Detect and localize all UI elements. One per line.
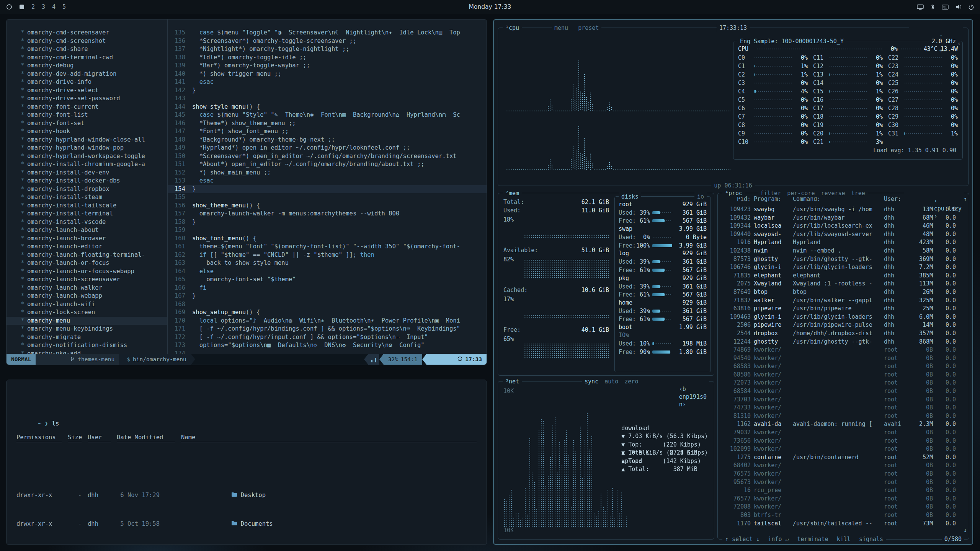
process-row[interactable]: 102099 kworker/ root 0B 0.0 bbox=[722, 445, 965, 453]
file-list-item[interactable]: * omarchy-launch-webapp bbox=[7, 292, 167, 300]
file-list-item[interactable]: * omarchy-launch-floating-terminal- bbox=[7, 251, 167, 259]
process-row[interactable]: 68584 kworker/ root 0B 0.0 bbox=[722, 387, 965, 396]
process-row[interactable]: 109440 swayosd- /usr/lib/swayosd-server … bbox=[722, 230, 965, 239]
process-row[interactable]: 63816 pipewire /usr/bin/pipewire dhh 25M… bbox=[722, 305, 965, 313]
code-line[interactable]: 143 bbox=[168, 95, 487, 103]
key-hint[interactable]: kill bbox=[837, 535, 851, 543]
file-list-item[interactable]: * omarchy-launch-screensaver bbox=[7, 276, 167, 284]
tab-io[interactable]: io bbox=[694, 193, 707, 201]
net-interface-switcher[interactable]: ‹b enp191s0 n› bbox=[644, 378, 707, 416]
file-list-item[interactable]: * omarchy-install-dev-env bbox=[7, 169, 167, 177]
process-row[interactable]: 71837 walker /usr/bin/walker --gappl dhh… bbox=[722, 297, 965, 305]
file-list-item[interactable]: * omarchy-drive-set-password bbox=[7, 95, 167, 103]
code-line[interactable]: 158 } bbox=[168, 218, 487, 227]
code-line[interactable]: 145 case $(menu "Style" "✎ Theme\n✱ Font… bbox=[168, 111, 487, 119]
process-row[interactable]: 87573 ghostty /usr/bin/ghostty --gtk- dh… bbox=[722, 255, 965, 264]
process-row[interactable]: 68586 kworker/ root 0B 0.0 bbox=[722, 371, 965, 379]
code-line[interactable]: 154 } bbox=[168, 185, 487, 194]
file-list-item[interactable]: * omarchy-hyprland-window-close-all bbox=[7, 136, 167, 144]
file-list-item[interactable]: * omarchy-install-terminal bbox=[7, 210, 167, 218]
proc-option[interactable]: per-core bbox=[787, 189, 815, 197]
code-line[interactable]: 135 case $(menu "Toggle" "◑ Screensaver\… bbox=[168, 29, 487, 37]
file-list-item[interactable]: * omarchy-cmd-terminal-cwd bbox=[7, 54, 167, 62]
key-hint[interactable]: ↑ select ↓ bbox=[725, 535, 760, 543]
file-list-item[interactable]: * omarchy-launch-or-focus bbox=[7, 259, 167, 267]
tab-mem[interactable]: ²mem bbox=[503, 189, 522, 197]
code-line[interactable]: 148 *Background*) omarchy-theme-bg-next … bbox=[168, 136, 487, 144]
process-row[interactable]: 74733 kworker/ root 0B 0.0 bbox=[722, 404, 965, 412]
file-list-item[interactable]: * omarchy-dev-add-migration bbox=[7, 70, 167, 78]
proc-option[interactable]: reverse bbox=[821, 189, 845, 197]
code-line[interactable]: 146 *Theme*) show_theme_menu ;; bbox=[168, 119, 487, 128]
process-row[interactable]: 2506 pipewire /usr/bin/pipewire-pulse dh… bbox=[722, 321, 965, 329]
file-list-item[interactable]: * omarchy-install-vscode bbox=[7, 218, 167, 227]
scroll-down-icon[interactable]: ↓ bbox=[964, 527, 967, 534]
key-hint[interactable]: terminate bbox=[797, 535, 828, 543]
file-list-item[interactable]: * omarchy-font-set bbox=[7, 119, 167, 128]
file-list-item[interactable]: * omarchy-hook bbox=[7, 127, 167, 136]
tab-net[interactable]: ³net bbox=[503, 378, 522, 385]
process-row[interactable]: 76577 kworker/ root 0B 0.0 bbox=[722, 495, 965, 503]
keyboard-icon[interactable] bbox=[942, 5, 949, 10]
workspace-number[interactable]: 4 bbox=[52, 3, 56, 10]
process-row[interactable]: 72088 kworker/ root 0B 0.0 bbox=[722, 503, 965, 511]
file-list-item[interactable]: * omarchy-install-steam bbox=[7, 193, 167, 202]
code-line[interactable]: 150 *Screensaver*) open_in_editor ~/.con… bbox=[168, 152, 487, 161]
file-list-item[interactable]: * omarchy-font-current bbox=[7, 103, 167, 111]
file-list-item[interactable]: * omarchy-launch-about bbox=[7, 226, 167, 235]
tab-cpu[interactable]: ¹cpu bbox=[505, 24, 519, 32]
file-list-item[interactable]: * omarchy-cmd-share bbox=[7, 45, 167, 54]
file-list-item[interactable]: * omarchy-install-tailscale bbox=[7, 202, 167, 210]
code-editor[interactable]: 135 case $(menu "Toggle" "◑ Screensaver\… bbox=[168, 20, 487, 354]
workspace-number[interactable]: 5 bbox=[62, 3, 66, 10]
workspace-number[interactable]: 3 bbox=[42, 3, 45, 10]
code-line[interactable]: 136 *Screensaver*) omarchy-toggle-screen… bbox=[168, 37, 487, 46]
process-row[interactable]: 2544 dropbox /home/dhh/.dropbox-dist dhh… bbox=[722, 329, 965, 338]
file-list-item[interactable]: * omarchy-launch-wifi bbox=[7, 300, 167, 309]
process-row[interactable]: 109423 swaybg /usr/bin/swaybg -i /hom dh… bbox=[722, 205, 965, 214]
file-list-item[interactable]: * omarchy-launch-walker bbox=[7, 284, 167, 292]
process-row[interactable]: 1275 containe /usr/bin/containerd root 5… bbox=[722, 453, 965, 462]
process-row[interactable]: 71835 elephant elephant dhh 385M 0.0 bbox=[722, 272, 965, 280]
code-line[interactable]: 171 [ -f ~/.config/hypr/bindings.conf ] … bbox=[168, 325, 487, 333]
process-row[interactable]: 73703 kworker/ root 0B 0.0 bbox=[722, 396, 965, 404]
process-row[interactable]: 1916 Hyprland Hyprland dhh 423M 0.0 bbox=[722, 238, 965, 247]
code-line[interactable]: 149 *Hyprland*) open_in_editor ~/.config… bbox=[168, 144, 487, 152]
file-list-item[interactable]: * omarchy-launch-editor bbox=[7, 243, 167, 251]
code-line[interactable]: 157 omarchy-launch-walker -m menus:omarc… bbox=[168, 210, 487, 218]
tab-proc[interactable]: ⁴proc bbox=[722, 189, 745, 197]
proc-option[interactable]: tree bbox=[851, 189, 865, 197]
code-line[interactable]: 152 *) show_main_menu ;; bbox=[168, 169, 487, 177]
process-row[interactable]: 109432 waybar /usr/bin/waybar dhh 68M 0.… bbox=[722, 214, 965, 222]
process-row[interactable]: 72073 kworker/ root 0B 0.0 bbox=[722, 379, 965, 387]
key-hint[interactable]: info ↵ bbox=[768, 535, 789, 543]
process-row[interactable]: 109344 localsea /usr/lib/localsearch-ex … bbox=[722, 222, 965, 230]
file-list-item[interactable]: * omarchy-launch-or-focus-webapp bbox=[7, 267, 167, 276]
process-row[interactable]: 1170 tailscal /usr/sbin/tailscaled -- ro… bbox=[722, 520, 965, 528]
file-list-item[interactable]: * omarchy-menu bbox=[7, 317, 167, 325]
code-line[interactable]: 164 else bbox=[168, 267, 487, 276]
file-list-item[interactable]: * omarchy-cmd-screensaver bbox=[7, 29, 167, 37]
process-row[interactable]: 16 rcu_pree root 0B 0.0 bbox=[722, 486, 965, 495]
code-line[interactable]: 170 local options="♪ Audio\n◍ Wifi\n∗ Bl… bbox=[168, 317, 487, 325]
code-line[interactable]: 142 } bbox=[168, 86, 487, 95]
volume-icon[interactable] bbox=[956, 4, 962, 10]
file-list-item[interactable]: * omarchy-notification-dismiss bbox=[7, 341, 167, 350]
code-line[interactable]: 162 if [[ "$theme" == "CNCLD" || -z "$th… bbox=[168, 251, 487, 259]
code-line[interactable]: 151 *About*) open_in_editor ~/.config/om… bbox=[168, 160, 487, 169]
process-row[interactable]: 79032 kworker/ root 0B 0.0 bbox=[722, 429, 965, 437]
logo-icon[interactable] bbox=[6, 4, 12, 10]
code-line[interactable]: 166 fi bbox=[168, 284, 487, 292]
active-workspace-icon[interactable] bbox=[19, 4, 24, 10]
code-line[interactable]: 168 bbox=[168, 300, 487, 309]
process-row[interactable]: 87649 btop btop dhh 26M 0.0 bbox=[722, 288, 965, 297]
code-line[interactable]: 161 theme=$(menu "Font" "$(omarchy-font-… bbox=[168, 243, 487, 251]
cpu-menu-tab[interactable]: menu bbox=[554, 24, 568, 32]
file-list-item[interactable]: * omarchy-hyprland-window-pop bbox=[7, 144, 167, 152]
process-row[interactable]: 68402 kworker/ root 0B 0.0 bbox=[722, 461, 965, 470]
process-row[interactable]: 102438 nvim nvim --embed . dhh 58M 0.0 bbox=[722, 247, 965, 255]
file-list-item[interactable]: * omarchy-migrate bbox=[7, 333, 167, 342]
process-row[interactable]: 106746 glycin-i /usr/lib/glycin-loaders … bbox=[722, 263, 965, 272]
process-row[interactable]: 74869 kworker/ root 0B 0.0 bbox=[722, 346, 965, 354]
process-row[interactable]: 76575 kworker/ root 0B 0.0 bbox=[722, 470, 965, 478]
